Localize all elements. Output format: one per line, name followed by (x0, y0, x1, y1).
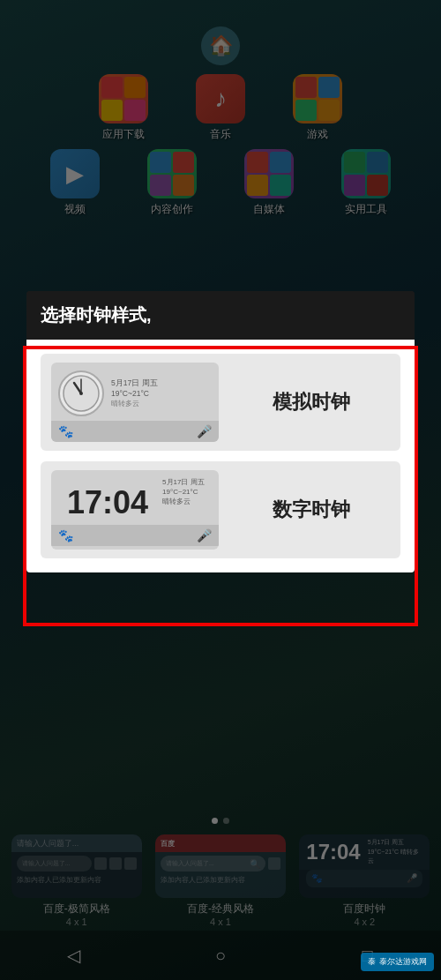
paw-icon-digital: 🐾 (58, 528, 73, 542)
digital-clock-preview: 17:04 5月17日 周五 19°C~21°C 晴转多云 🐾 🎤 (51, 470, 219, 550)
watermark-text: 泰尔达游戏网 (379, 956, 427, 968)
analog-clock-face (58, 370, 104, 416)
watermark: 泰 泰尔达游戏网 (361, 953, 434, 971)
dialog-title: 选择时钟样式, (26, 291, 415, 340)
analog-clock-option[interactable]: 5月17日 周五 19°C~21°C 晴转多云 🐾 🎤 模拟时钟 (41, 354, 400, 451)
digital-clock-bottom-bar: 🐾 🎤 (51, 525, 219, 546)
digital-clock-label: 数字时钟 (233, 497, 390, 523)
paw-icon-analog: 🐾 (58, 424, 73, 438)
analog-clock-preview: 5月17日 周五 19°C~21°C 晴转多云 🐾 🎤 (51, 363, 219, 442)
mic-icon-digital: 🎤 (197, 528, 212, 542)
digital-clock-option[interactable]: 17:04 5月17日 周五 19°C~21°C 晴转多云 🐾 🎤 数字时钟 (41, 461, 400, 558)
svg-point-3 (79, 392, 83, 395)
watermark-logo: 泰 (368, 956, 376, 968)
analog-clock-info: 5月17日 周五 19°C~21°C 晴转多云 (111, 378, 158, 408)
digital-clock-time: 17:04 (58, 477, 155, 521)
dialog-content: 5月17日 周五 19°C~21°C 晴转多云 🐾 🎤 模拟时钟 17:04 (26, 340, 415, 572)
analog-clock-label: 模拟时钟 (233, 389, 390, 415)
mic-icon-analog: 🎤 (197, 424, 212, 438)
clock-style-dialog: 选择时钟样式, (26, 291, 415, 572)
analog-clock-bottom-bar: 🐾 🎤 (51, 421, 219, 442)
digital-clock-info: 5月17日 周五 19°C~21°C 晴转多云 (159, 477, 208, 507)
